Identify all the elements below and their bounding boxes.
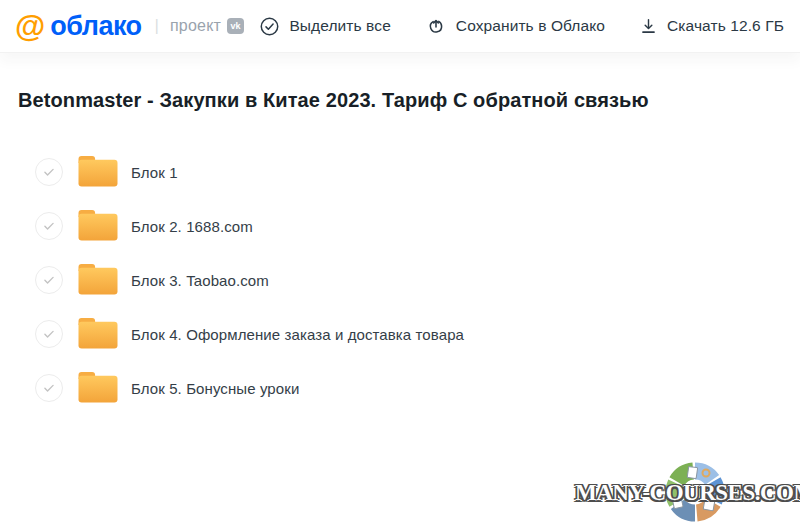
brand-name: облако (50, 11, 141, 42)
top-bar: @ облако | проект vk Выделить все (0, 0, 800, 53)
cloud-logo[interactable]: @ облако | проект vk (15, 11, 244, 42)
watermark-text: MANY-COURSES.COM (575, 480, 799, 506)
select-all-button[interactable]: Выделить все (259, 16, 390, 37)
folder-name[interactable]: Блок 4. Оформление заказа и доставка тов… (131, 326, 464, 343)
checkbox-circle-icon[interactable] (35, 212, 63, 240)
folder-icon (78, 370, 118, 407)
checkbox-circle-icon[interactable] (35, 158, 63, 186)
checkbox-circle-icon[interactable] (35, 320, 63, 348)
watermark: MANY-COURSES.COM (575, 461, 799, 525)
download-label: Скачать 12.6 ГБ (667, 17, 784, 35)
vk-badge-icon: vk (227, 18, 244, 34)
folder-icon (78, 154, 118, 191)
folder-icon (78, 316, 118, 353)
logo-divider: | (155, 16, 159, 36)
folder-row[interactable]: Блок 2. 1688.com (0, 199, 800, 253)
cloud-upload-icon (425, 15, 447, 37)
folder-row[interactable]: Блок 1 (0, 145, 800, 199)
mailru-at-icon: @ (15, 11, 44, 42)
select-all-label: Выделить все (289, 17, 390, 35)
folder-list: Блок 1 Блок 2. 1688.com Блок 3. Taobao.c… (0, 145, 800, 415)
header-actions: Выделить все Сохранить в Облако Скач (259, 15, 784, 37)
page-title: Betonmaster - Закупки в Китае 2023. Тари… (18, 88, 800, 112)
checkbox-circle-icon[interactable] (35, 266, 63, 294)
folder-name[interactable]: Блок 2. 1688.com (131, 218, 253, 235)
download-icon (639, 16, 658, 37)
folder-icon (78, 262, 118, 299)
folder-name[interactable]: Блок 1 (131, 164, 178, 181)
save-to-cloud-label: Сохранить в Облако (456, 17, 605, 35)
download-button[interactable]: Скачать 12.6 ГБ (639, 16, 784, 37)
folder-row[interactable]: Блок 4. Оформление заказа и доставка тов… (0, 307, 800, 361)
folder-icon (78, 208, 118, 245)
globe-logo-icon (664, 461, 726, 527)
check-circle-icon (259, 16, 280, 37)
folder-row[interactable]: Блок 5. Бонусные уроки (0, 361, 800, 415)
checkbox-circle-icon[interactable] (35, 374, 63, 402)
save-to-cloud-button[interactable]: Сохранить в Облако (425, 15, 605, 37)
folder-row[interactable]: Блок 3. Taobao.com (0, 253, 800, 307)
project-label: проект (170, 17, 221, 35)
folder-name[interactable]: Блок 3. Taobao.com (131, 272, 269, 289)
folder-name[interactable]: Блок 5. Бонусные уроки (131, 380, 299, 397)
